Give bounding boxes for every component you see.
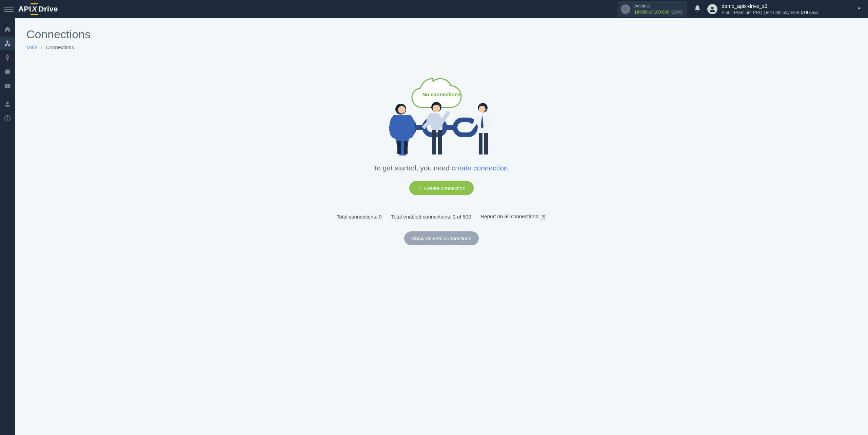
svg-rect-23 <box>438 130 442 154</box>
payment-days: 179 <box>801 10 808 15</box>
empty-suffix: . <box>508 164 510 172</box>
briefcase-icon <box>4 68 11 75</box>
dollar-icon <box>4 54 11 61</box>
svg-point-3 <box>711 7 714 9</box>
notifications-button[interactable] <box>694 5 701 14</box>
show-deleted-button[interactable]: Show deleted connections <box>404 231 478 245</box>
actions-text: Actions: 18'055 of 100'000 (18%) <box>634 3 683 15</box>
breadcrumb: Main / Connections <box>26 44 856 50</box>
sidebar-item-billing[interactable] <box>0 51 15 64</box>
empty-prefix: To get started, you need <box>373 164 452 172</box>
svg-point-25 <box>479 106 486 112</box>
svg-rect-19 <box>404 141 408 154</box>
stat-enabled: Total enabled connections: 0 of 500 <box>391 214 471 220</box>
sitemap-icon <box>4 40 11 47</box>
user-menu[interactable]: demo_apix-drive_s3 Plan | Premium PRO | … <box>707 3 818 16</box>
sidebar-item-home[interactable] <box>0 22 15 36</box>
svg-rect-27 <box>484 133 488 154</box>
empty-create-link[interactable]: create connection <box>452 164 508 172</box>
menu-toggle-button[interactable] <box>4 4 14 14</box>
empty-illustration: No connections <box>380 62 502 157</box>
svg-point-21 <box>433 105 440 112</box>
logo-text-api: API <box>18 5 31 14</box>
connection-stats: Total connections: 0 Total enabled conne… <box>337 213 546 220</box>
svg-rect-1 <box>625 8 626 11</box>
breadcrumb-sep: / <box>41 44 42 50</box>
actions-counter[interactable]: Actions: 18'055 of 100'000 (18%) <box>617 1 687 17</box>
logo-text-x: X <box>31 5 38 14</box>
breadcrumb-root[interactable]: Main <box>26 44 38 50</box>
cloud-label: No connections <box>422 91 461 97</box>
stat-report: Report on all connections: <box>481 213 547 220</box>
empty-message: To get started, you need create connecti… <box>373 164 510 172</box>
create-button-label: Create connection <box>424 185 466 191</box>
sidebar-item-tools[interactable] <box>0 65 15 79</box>
svg-rect-22 <box>432 130 436 154</box>
svg-point-17 <box>398 106 406 113</box>
svg-rect-5 <box>5 45 6 46</box>
avatar-icon <box>707 4 717 14</box>
stat-total: Total connections: 0 <box>337 214 382 220</box>
svg-point-10 <box>7 119 8 120</box>
actions-used: 18'055 <box>634 9 648 15</box>
sidebar-item-connections[interactable] <box>0 37 15 50</box>
logo-text-drive: Drive <box>38 5 58 14</box>
svg-rect-18 <box>397 141 401 154</box>
create-connection-button[interactable]: + Create connection <box>409 181 473 195</box>
left-sidebar <box>0 18 15 255</box>
actions-limit: 100'000 <box>654 9 669 15</box>
plan-name: Premium PRO <box>734 10 763 15</box>
youtube-icon <box>4 83 11 89</box>
user-text: demo_apix-drive_s3 Plan | Premium PRO | … <box>722 3 818 16</box>
user-icon <box>4 101 11 107</box>
top-header: API X Drive Actions: 18'055 of 100'000 (… <box>0 0 868 18</box>
sidebar-item-help[interactable] <box>0 111 15 125</box>
plus-icon: + <box>417 185 420 191</box>
actions-of: of <box>649 9 653 15</box>
payment-days-suffix: days <box>809 10 818 15</box>
info-icon <box>621 4 630 14</box>
actions-percent: (18%) <box>671 9 683 15</box>
sidebar-item-video[interactable] <box>0 79 15 93</box>
home-icon <box>4 26 11 33</box>
sidebar-item-account[interactable] <box>0 97 15 111</box>
svg-rect-4 <box>7 41 8 42</box>
user-name: demo_apix-drive_s3 <box>722 3 818 9</box>
svg-rect-6 <box>8 45 9 46</box>
page-title: Connections <box>26 28 856 41</box>
svg-rect-26 <box>479 133 482 154</box>
plan-sep: | <box>764 10 765 15</box>
report-file-icon[interactable] <box>541 214 546 220</box>
empty-state: No connections <box>26 62 856 245</box>
svg-point-8 <box>6 102 9 104</box>
help-icon <box>4 115 11 122</box>
main-content: Connections Main / Connections No connec… <box>15 18 868 255</box>
breadcrumb-current: Connections <box>46 44 74 50</box>
svg-point-2 <box>625 7 626 8</box>
user-menu-expand[interactable] <box>856 5 863 13</box>
brand-logo[interactable]: API X Drive <box>18 5 58 14</box>
plan-prefix: Plan | <box>722 10 733 15</box>
actions-label: Actions: <box>634 3 683 9</box>
payment-prefix: left until payment <box>766 10 799 15</box>
